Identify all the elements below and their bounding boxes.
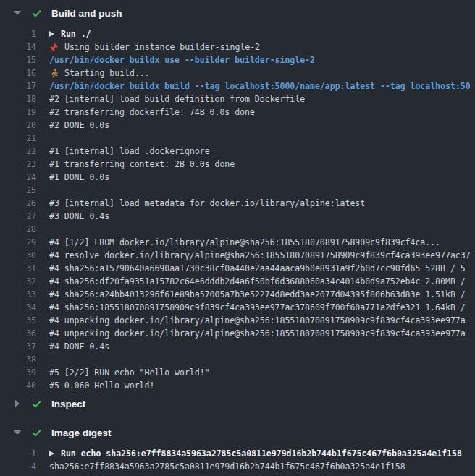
log-line-text: /usr/bin/docker buildx use --builder bui… bbox=[49, 54, 315, 67]
line-number-link[interactable]: 37 bbox=[0, 340, 36, 353]
log-line-content[interactable]: Run echo sha256:e7ff8834a5963a2785c5a081… bbox=[49, 447, 475, 460]
log-line-content: #3 DONE 0.4s bbox=[49, 210, 475, 223]
line-number-link[interactable]: 14 bbox=[0, 41, 36, 54]
log-line: 4sha256:e7ff8834a5963a2785c5a0811e979d16… bbox=[0, 460, 475, 473]
expand-group-toggle-icon[interactable] bbox=[49, 31, 54, 37]
log-line-content: #2 DONE 0.0s bbox=[49, 119, 475, 132]
log-line: 19#2 transferring dockerfile: 74B 0.0s d… bbox=[0, 106, 475, 119]
section-header-inspect[interactable]: Inspect bbox=[0, 396, 475, 411]
log-line-text: #4 [1/2] FROM docker.io/library/alpine@s… bbox=[49, 236, 440, 249]
chevron-triangle bbox=[14, 430, 21, 435]
log-line: 25 bbox=[0, 184, 475, 197]
log-line-content: #4 [1/2] FROM docker.io/library/alpine@s… bbox=[49, 236, 475, 249]
log-line-text: #1 [internal] load .dockerignore bbox=[49, 145, 210, 158]
log-line: 23#1 transferring context: 2B 0.0s done bbox=[0, 158, 475, 171]
log-line-text: #3 DONE 0.4s bbox=[49, 210, 109, 223]
log-line-text: Run echo sha256:e7ff8834a5963a2785c5a081… bbox=[61, 447, 462, 460]
section-header-build-and-push[interactable]: Build and push bbox=[0, 6, 475, 20]
line-number-link[interactable]: 39 bbox=[0, 366, 36, 379]
line-number-link[interactable]: 15 bbox=[0, 54, 36, 67]
line-number-link[interactable]: 21 bbox=[0, 132, 36, 145]
line-number-link[interactable]: 38 bbox=[0, 353, 36, 366]
line-number-link[interactable]: 36 bbox=[0, 327, 36, 340]
log-line-content: Using builder instance builder-single-2 bbox=[49, 41, 475, 54]
line-number-link[interactable]: 31 bbox=[0, 262, 36, 275]
line-number-link[interactable]: 34 bbox=[0, 301, 36, 314]
chevron-right-icon[interactable] bbox=[13, 400, 22, 407]
line-number-link[interactable]: 25 bbox=[0, 184, 36, 197]
log-line: 20#2 DONE 0.0s bbox=[0, 119, 475, 132]
log-line-text: #2 [internal] load build definition from… bbox=[49, 93, 305, 106]
line-number-link[interactable]: 40 bbox=[0, 379, 36, 392]
log-line: 15/usr/bin/docker buildx use --builder b… bbox=[0, 54, 475, 67]
chevron-down-icon[interactable] bbox=[13, 430, 22, 435]
line-number-link[interactable]: 32 bbox=[0, 275, 36, 288]
section-title: Inspect bbox=[51, 399, 85, 409]
line-number-link[interactable]: 16 bbox=[0, 67, 36, 80]
log-line: 37#4 DONE 0.4s bbox=[0, 340, 475, 353]
line-number-link[interactable]: 28 bbox=[0, 223, 36, 236]
section-title: Build and push bbox=[51, 8, 122, 19]
line-number-link[interactable]: 24 bbox=[0, 171, 36, 184]
line-number-link[interactable]: 1 bbox=[0, 447, 36, 460]
log-line: 24#1 DONE 0.0s bbox=[0, 171, 475, 184]
log-line-text: #4 unpacking docker.io/library/alpine@sh… bbox=[49, 327, 466, 340]
log-line-text: #4 sha256:185518070891758909c9f839cf4ca3… bbox=[49, 301, 466, 314]
chevron-triangle bbox=[14, 11, 21, 15]
section-title: Image digest bbox=[51, 428, 112, 438]
line-number-link[interactable]: 18 bbox=[0, 93, 36, 106]
log-line-text: #4 resolve docker.io/library/alpine@sha2… bbox=[49, 249, 471, 262]
success-check-icon bbox=[31, 428, 42, 438]
log-line-content: /usr/bin/docker buildx use --builder bui… bbox=[49, 54, 475, 67]
line-number-link[interactable]: 23 bbox=[0, 158, 36, 171]
log-line: 21 bbox=[0, 132, 475, 145]
log-line-text: #1 DONE 0.0s bbox=[49, 171, 109, 184]
expand-group-toggle-icon[interactable] bbox=[49, 451, 54, 456]
line-number-link[interactable]: 26 bbox=[0, 197, 36, 210]
line-number-link[interactable]: 27 bbox=[0, 210, 36, 223]
log-line-text: #2 transferring dockerfile: 74B 0.0s don… bbox=[49, 106, 255, 119]
line-number-link[interactable]: 30 bbox=[0, 249, 36, 262]
log-sections: Build and push1Run ./14Using builder ins… bbox=[0, 6, 475, 473]
log-line: 1Run echo sha256:e7ff8834a5963a2785c5a08… bbox=[0, 447, 475, 460]
log-line: 33#4 sha256:a24bb4013296f61e89ba57005a7b… bbox=[0, 288, 475, 301]
line-number-link[interactable]: 1 bbox=[0, 27, 36, 41]
log-line-text: #5 0.060 Hello world! bbox=[49, 379, 154, 392]
section-body-build-and-push: 1Run ./14Using builder instance builder-… bbox=[0, 27, 475, 392]
line-number-link[interactable]: 35 bbox=[0, 314, 36, 327]
log-line-content: sha256:e7ff8834a5963a2785c5a0811e979d16b… bbox=[49, 460, 475, 473]
log-line: 22#1 [internal] load .dockerignore bbox=[0, 145, 475, 158]
log-line-content[interactable]: Run ./ bbox=[49, 27, 475, 41]
line-number-link[interactable]: 20 bbox=[0, 119, 36, 132]
log-line-content: #4 sha256:a24bb4013296f61e89ba57005a7b3e… bbox=[49, 288, 475, 301]
log-line-content bbox=[49, 353, 475, 366]
log-line: 39#5 [2/2] RUN echo "Hello world!" bbox=[0, 366, 475, 379]
line-number-link[interactable]: 19 bbox=[0, 106, 36, 119]
log-line-content: #4 resolve docker.io/library/alpine@sha2… bbox=[49, 249, 475, 262]
log-line-content bbox=[49, 223, 475, 236]
log-line: 35#4 unpacking docker.io/library/alpine@… bbox=[0, 314, 475, 327]
line-number-link[interactable]: 33 bbox=[0, 288, 36, 301]
log-line: 17/usr/bin/docker buildx build --tag loc… bbox=[0, 80, 475, 93]
log-line: 29#4 [1/2] FROM docker.io/library/alpine… bbox=[0, 236, 475, 249]
log-line: 28 bbox=[0, 223, 475, 236]
line-number-link[interactable]: 17 bbox=[0, 80, 36, 93]
line-number-link[interactable]: 22 bbox=[0, 145, 36, 158]
log-line: 32#4 sha256:df20fa9351a15782c64e6dddb2d4… bbox=[0, 275, 475, 288]
chevron-triangle bbox=[15, 400, 20, 407]
log-section-image-digest: Image digest1Run echo sha256:e7ff8834a59… bbox=[0, 425, 475, 473]
log-line-content: #4 sha256:df20fa9351a15782c64e6dddb2d4a6… bbox=[49, 275, 475, 288]
log-line-text: Run ./ bbox=[61, 27, 91, 41]
log-line: 40#5 0.060 Hello world! bbox=[0, 379, 475, 392]
log-line-content: #2 [internal] load build definition from… bbox=[49, 93, 475, 106]
log-line-text: #4 DONE 0.4s bbox=[49, 340, 109, 353]
section-header-image-digest[interactable]: Image digest bbox=[0, 425, 475, 440]
log-line-text: #2 DONE 0.0s bbox=[49, 119, 109, 132]
chevron-down-icon[interactable] bbox=[13, 11, 22, 15]
log-line-content: #4 unpacking docker.io/library/alpine@sh… bbox=[49, 327, 475, 340]
line-number-link[interactable]: 29 bbox=[0, 236, 36, 249]
log-line-content: Starting build... bbox=[49, 67, 475, 80]
section-body-image-digest: 1Run echo sha256:e7ff8834a5963a2785c5a08… bbox=[0, 447, 475, 473]
line-number-link[interactable]: 4 bbox=[0, 460, 36, 473]
log-line-text: #5 [2/2] RUN echo "Hello world!" bbox=[49, 366, 210, 379]
